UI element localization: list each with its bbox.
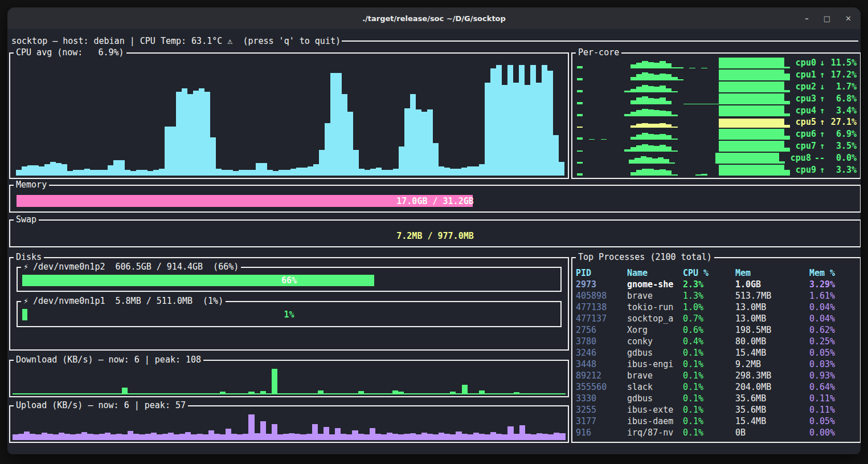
cpu-avg-bar [502, 85, 507, 176]
upload-bar [64, 434, 70, 440]
cpu-avg-bar [261, 163, 267, 176]
cpu-avg-bar [387, 170, 393, 176]
spark-bar [577, 66, 583, 68]
spark-bar [767, 141, 772, 152]
process-pid: 355560 [576, 381, 627, 393]
spark-bar [634, 158, 640, 164]
upload-bar [179, 434, 185, 440]
spark-bar [648, 62, 654, 68]
memory-gauge: 17.0GB / 31.2GB 17.0GB / 31.2GB [17, 195, 854, 207]
core-usage-value: 11.5% [828, 57, 857, 68]
upload-bar [318, 434, 324, 440]
cpu-avg-bar [222, 170, 227, 176]
spark-bar [648, 74, 654, 80]
process-mem: 15.4MB [735, 416, 809, 427]
cpu-avg-bar [308, 166, 313, 176]
spark-bar [767, 58, 772, 68]
cpu-avg-bar [244, 170, 250, 176]
download-bar [283, 393, 289, 394]
spark-bar [772, 129, 778, 140]
upload-bar [139, 434, 145, 440]
trend-arrow-icon: ↑ [820, 93, 825, 104]
spark-bar [672, 67, 677, 68]
download-bar [525, 393, 531, 394]
spark-bar [784, 67, 790, 68]
spark-bar [642, 133, 648, 140]
download-bar [329, 393, 335, 394]
spark-bar [660, 123, 665, 128]
processes-panel: Top Processes (2100 total) PID Name CPU … [571, 257, 861, 443]
disk2-title-text: /dev/nvme0n1p1 5.8MB / 511.0MB (1%) [33, 296, 223, 306]
download-bar [496, 393, 502, 394]
cpu-avg-chart [16, 59, 564, 176]
download-bar [110, 393, 116, 394]
spark-bar [760, 70, 766, 80]
spark-bar [672, 91, 677, 92]
trend-arrow-icon: -- [814, 152, 825, 164]
spark-bar [577, 114, 583, 116]
download-bar [81, 393, 87, 394]
spark-bar [778, 119, 784, 128]
upload-bar [191, 434, 196, 440]
maximize-button[interactable]: □ [824, 15, 830, 22]
process-row: 3330gdbus0.1%35.6MB0.11% [576, 393, 859, 404]
spark-bar [629, 160, 634, 164]
process-row: 355560slack0.1%204.0MB0.64% [576, 381, 859, 393]
memory-gauge-fill: 17.0GB / 31.2GB [17, 195, 473, 207]
cpu-avg-bar [44, 164, 50, 176]
cpu-avg-bar [136, 170, 142, 176]
upload-bar [53, 434, 59, 440]
cpu-avg-bar [302, 168, 308, 176]
download-bar [53, 393, 59, 394]
process-row: 3246gdbus0.1%15.4MB0.05% [576, 347, 859, 359]
cpu-avg-bar [193, 91, 199, 176]
spark-bar [630, 112, 636, 116]
spark-bar [666, 88, 672, 92]
spark-bar [744, 153, 750, 164]
process-name: gdbus [627, 393, 683, 404]
download-bar [542, 393, 548, 394]
close-button[interactable]: ✕ [845, 15, 851, 22]
spark-bar [731, 105, 736, 116]
process-mem-pct: 0.11% [809, 404, 859, 416]
spark-bar [672, 139, 677, 140]
process-cpu: 0.6% [683, 324, 735, 336]
spark-bar [722, 153, 727, 164]
download-bar [507, 393, 513, 394]
spark-bar [666, 63, 672, 69]
download-bar [24, 393, 30, 394]
process-name: brave [627, 290, 683, 302]
download-bar [381, 393, 387, 394]
process-row: 3255ibus-exte0.1%35.6MB0.11% [576, 404, 859, 416]
disk2-gauge-fill: 1% [22, 309, 27, 320]
process-pid: 477137 [576, 313, 627, 324]
spark-bar [719, 105, 724, 116]
process-pid: 2756 [576, 324, 627, 336]
spark-bar [646, 157, 652, 164]
spark-bar [772, 58, 778, 68]
download-bar [47, 393, 53, 394]
download-bar [42, 393, 47, 394]
cpu-avg-bar [421, 112, 427, 176]
upload-bar [346, 434, 352, 440]
spark-bar [695, 174, 701, 176]
process-cpu: 0.1% [683, 427, 735, 438]
per-core-panel: Per-core cpu0↓11.5%cpu1↑17.2%cpu2↓1.7%cp… [571, 52, 861, 179]
upload-bar [133, 434, 139, 440]
spark-bar [660, 86, 665, 92]
disk2-gauge-label-overlay: 1% [22, 309, 27, 320]
spark-bar [642, 123, 648, 128]
upload-bar [168, 433, 174, 440]
upload-bar [87, 434, 93, 440]
cpu-avg-bar [513, 83, 519, 176]
process-pid: 3780 [576, 336, 627, 347]
cpu9-label: cpu9↑3.3% [796, 164, 857, 176]
minimize-button[interactable]: – [805, 15, 809, 22]
spark-bar [577, 150, 583, 152]
upload-bar [479, 434, 485, 440]
process-name: Xorg [627, 324, 683, 336]
spark-bar [725, 70, 731, 80]
download-bar [433, 393, 439, 394]
spark-bar [772, 119, 778, 128]
spark-bar [725, 141, 731, 152]
